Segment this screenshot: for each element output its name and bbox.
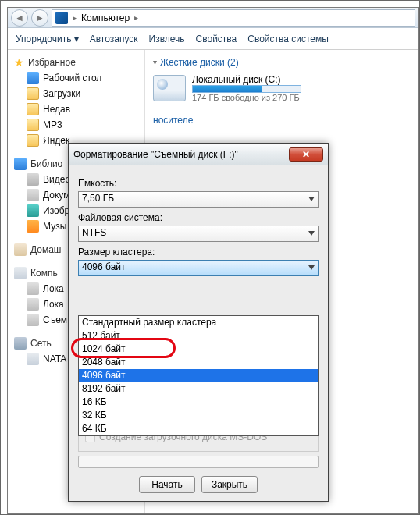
progress-bar (78, 456, 319, 468)
drive-item-c[interactable]: Локальный диск (C:) 174 ГБ свободно из 2… (153, 74, 411, 102)
breadcrumb-segment[interactable]: Компьютер (81, 12, 130, 23)
address-bar-row: ◄ ► ▸ Компьютер ▸ (8, 8, 418, 28)
dialog-body: Емкость: 7,50 ГБ Файловая система: NTFS … (69, 165, 328, 501)
capacity-label: Емкость: (78, 178, 319, 189)
dialog-titlebar[interactable]: Форматирование "Съемный диск (F:)" ✕ (69, 144, 328, 165)
sidebar-recent[interactable]: Недав (12, 101, 140, 117)
network-icon (14, 337, 27, 350)
menu-eject[interactable]: Извлечь (149, 34, 185, 44)
close-button[interactable]: ✕ (289, 147, 323, 162)
chevron-right-icon: ▸ (134, 13, 138, 22)
music-icon (27, 220, 39, 233)
cluster-option[interactable]: 32 КБ (79, 409, 318, 422)
chevron-down-icon: ▾ (153, 58, 157, 66)
drive-icon (27, 314, 39, 326)
drive-free-text: 174 ГБ свободно из 270 ГБ (192, 93, 301, 102)
drive-icon (27, 282, 39, 295)
start-button[interactable]: Начать (139, 476, 195, 493)
cluster-option[interactable]: 1024 байт (79, 343, 318, 356)
homegroup-icon (14, 243, 27, 256)
menu-autoplay[interactable]: Автозапуск (90, 34, 138, 44)
menu-properties[interactable]: Свойства (196, 34, 237, 44)
cluster-option[interactable]: 8192 байт (79, 382, 318, 396)
format-dialog: Форматирование "Съемный диск (F:)" ✕ Емк… (68, 143, 329, 502)
cluster-option[interactable]: 512 байт (79, 329, 318, 343)
fs-select[interactable]: NTFS (78, 226, 319, 242)
cluster-dropdown: Стандартный размер кластера 512 байт 102… (78, 315, 319, 436)
close-icon: ✕ (302, 149, 310, 160)
cluster-option[interactable]: 16 КБ (79, 396, 318, 409)
capacity-bar (192, 85, 301, 93)
sidebar-mp3[interactable]: MP3 (12, 117, 140, 133)
cluster-option[interactable]: 2048 байт (79, 356, 318, 369)
folder-icon (27, 119, 39, 131)
carriers-text: носителе (153, 115, 411, 126)
menu-organize[interactable]: Упорядочить ▾ (16, 34, 79, 44)
forward-button[interactable]: ► (31, 9, 48, 27)
computer-icon (14, 267, 27, 279)
pc-icon (27, 353, 39, 365)
address-bar[interactable]: ▸ Компьютер ▸ (52, 9, 415, 27)
libraries-icon (14, 158, 27, 170)
menu-system-properties[interactable]: Свойства системы (247, 34, 329, 44)
folder-icon (27, 87, 39, 100)
fs-label: Файловая система: (78, 212, 319, 223)
category-hard-drives[interactable]: ▾Жесткие диски (2) (153, 57, 239, 68)
cluster-option[interactable]: Стандартный размер кластера (79, 316, 318, 329)
folder-icon (27, 103, 39, 115)
hdd-icon (153, 75, 186, 101)
folder-icon (27, 134, 39, 147)
sidebar-favorites[interactable]: ★Избранное (12, 55, 140, 70)
chevron-right-icon: ▸ (73, 13, 77, 22)
star-icon: ★ (14, 56, 24, 69)
cluster-option-selected[interactable]: 4096 байт (79, 369, 318, 382)
doc-icon (27, 189, 39, 201)
sidebar-desktop[interactable]: Рабочий стол (12, 70, 140, 86)
dialog-title: Форматирование "Съемный диск (F:)" (73, 149, 289, 160)
sidebar-downloads[interactable]: Загрузки (12, 86, 140, 101)
toolbar: Упорядочить ▾ Автозапуск Извлечь Свойств… (8, 28, 418, 50)
drive-icon (27, 298, 39, 311)
cluster-option[interactable]: 64 КБ (79, 422, 318, 435)
cluster-select[interactable]: 4096 байт (78, 260, 319, 276)
back-button[interactable]: ◄ (11, 9, 28, 27)
drive-name: Локальный диск (C:) (192, 74, 301, 85)
cluster-label: Размер кластера: (78, 247, 319, 258)
desktop-icon (27, 72, 39, 84)
computer-icon (55, 12, 68, 24)
close-button-bottom[interactable]: Закрыть (201, 476, 258, 493)
video-icon (27, 173, 39, 186)
capacity-select[interactable]: 7,50 ГБ (78, 191, 319, 208)
image-icon (27, 204, 39, 217)
